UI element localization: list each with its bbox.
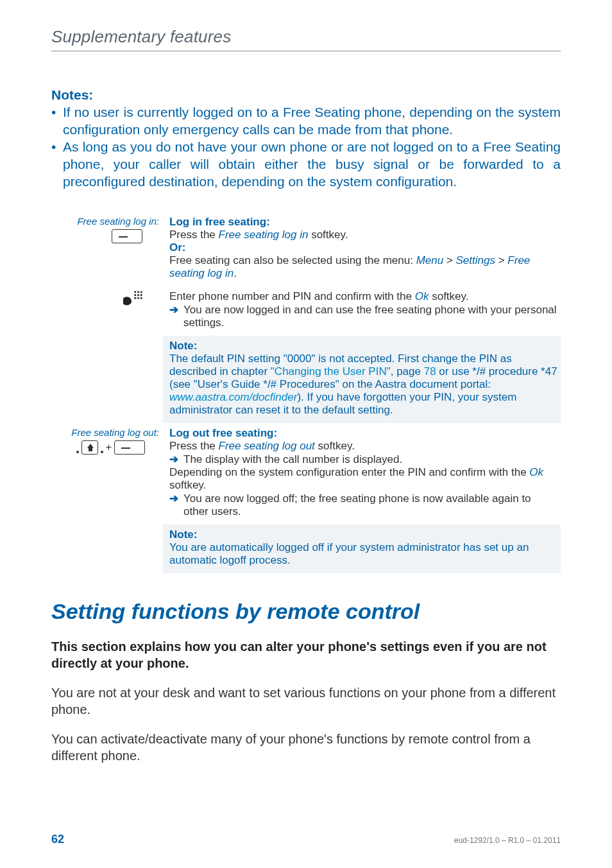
dot-icon [76, 451, 79, 453]
text: softkey. [429, 290, 468, 302]
softkey-name: Ok [529, 466, 543, 478]
or-label: Or: [169, 241, 186, 254]
menu-path-item: Settings [456, 254, 495, 266]
svg-point-6 [140, 294, 142, 296]
text: softkey. [315, 440, 355, 452]
dot-icon [101, 451, 103, 453]
menu-sep: > [443, 254, 455, 266]
external-url-link[interactable]: www.aastra.com/docfinder [169, 391, 297, 403]
keypad-icon [123, 290, 142, 309]
proc-row-note-pin: Note: The default PIN setting "0000" is … [51, 336, 561, 423]
result-text: You are now logged off; the free seating… [183, 492, 531, 517]
notes-list: •If no user is currently logged on to a … [51, 104, 561, 190]
softkey-name: Free seating log in [219, 229, 309, 241]
notes-block: Notes: •If no user is currently logged o… [51, 87, 561, 190]
step-title: Log in free seating: [169, 216, 270, 228]
section-lead: This section explains how you can alter … [51, 638, 561, 672]
text: Press the [169, 229, 219, 241]
arrow-icon: ➔ [169, 492, 183, 505]
left-caption-login: Free seating log in: [51, 216, 159, 227]
svg-point-0 [123, 297, 132, 306]
svg-point-4 [134, 294, 136, 296]
text: Free seating can also be selected using … [169, 254, 416, 266]
note-text: You are automatically logged off if your… [169, 541, 529, 566]
procedure-table: Free seating log in: Log in free seating… [51, 212, 561, 573]
notes-item-text: As long as you do not have your own phon… [63, 139, 561, 191]
menu-path-item: Menu [416, 254, 444, 266]
left-caption-logout: Free seating log out: [51, 427, 159, 438]
text: Press the [169, 440, 219, 452]
svg-point-5 [137, 294, 139, 296]
result-text: You are now logged in and can use the fr… [183, 304, 557, 329]
svg-point-8 [137, 297, 139, 299]
softkey-icon [114, 440, 145, 455]
document-id: eud-1292/1.0 – R1.0 – 01.2011 [454, 836, 561, 845]
body-paragraph: You are not at your desk and want to set… [51, 684, 561, 718]
chapter-link[interactable]: "Changing the User PIN" [271, 365, 391, 378]
softkey-name: Free seating log out [219, 440, 315, 452]
note-title: Note: [169, 340, 197, 352]
notes-title: Notes: [51, 87, 561, 103]
text: softkey. [169, 479, 206, 491]
menu-sep: > [495, 254, 507, 266]
proc-row-note-logoff: Note: You are automatically logged off i… [51, 525, 561, 573]
proc-row-login: Free seating log in: Log in free seating… [51, 212, 561, 286]
notes-item-text: If no user is currently logged on to a F… [63, 104, 561, 139]
result-text: The display with the call number is disp… [183, 453, 402, 465]
arrow-icon: ➔ [169, 453, 183, 466]
plus-icon: + [106, 442, 112, 453]
note-text: , page [391, 365, 424, 378]
notes-item: •As long as you do not have your own pho… [51, 139, 561, 191]
section-title: Setting functions by remote control [51, 599, 561, 624]
svg-point-3 [140, 291, 142, 293]
shift-key-icon [81, 440, 98, 455]
step-title: Log out free seating: [169, 427, 277, 439]
svg-point-9 [140, 297, 142, 299]
page-footer: 62 eud-1292/1.0 – R1.0 – 01.2011 [51, 833, 561, 846]
softkey-icon [112, 229, 142, 243]
svg-point-1 [134, 291, 136, 293]
text: . [234, 267, 237, 279]
svg-point-7 [134, 297, 136, 299]
text: softkey. [308, 229, 348, 241]
header-rule [51, 51, 561, 51]
softkey-name: Ok [415, 290, 429, 302]
notes-item: •If no user is currently logged on to a … [51, 104, 561, 139]
page-ref-link[interactable]: 78 [424, 365, 436, 378]
note-title: Note: [169, 528, 197, 541]
body-paragraph: You can activate/deactivate many of your… [51, 731, 561, 764]
arrow-icon: ➔ [169, 303, 183, 317]
page-number: 62 [51, 833, 64, 846]
svg-point-2 [137, 291, 139, 293]
text: Enter phone number and PIN and confirm w… [169, 290, 415, 302]
proc-row-logout: Free seating log out: + Log out free sea… [51, 423, 561, 525]
running-head: Supplementary features [51, 27, 561, 47]
proc-row-enter-pin: Enter phone number and PIN and confirm w… [51, 286, 561, 336]
text: Depending on the system configuration en… [169, 466, 529, 478]
